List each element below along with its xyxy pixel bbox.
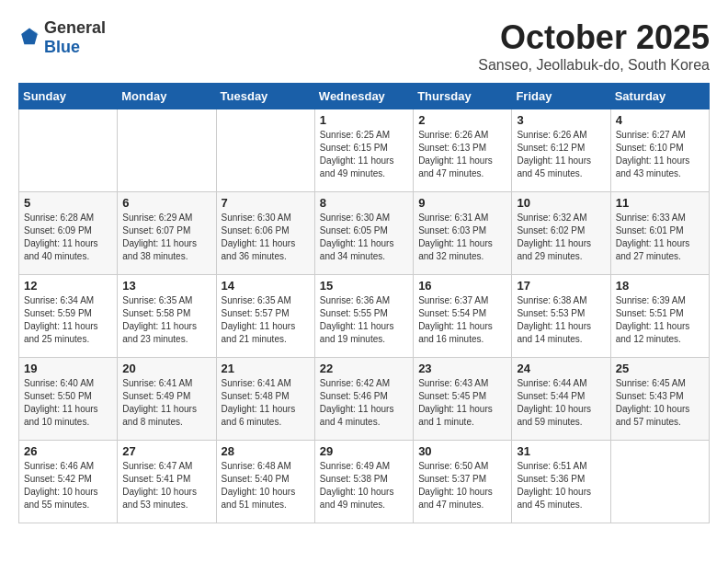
title-section: October 2025 Sanseo, Jeollabuk-do, South… bbox=[478, 18, 710, 74]
header-cell-monday: Monday bbox=[118, 84, 216, 109]
week-row-2: 5Sunrise: 6:28 AM Sunset: 6:09 PM Daylig… bbox=[19, 192, 710, 275]
day-cell bbox=[118, 109, 216, 192]
day-cell: 12Sunrise: 6:34 AM Sunset: 5:59 PM Dayli… bbox=[19, 275, 118, 358]
day-cell: 22Sunrise: 6:42 AM Sunset: 5:46 PM Dayli… bbox=[314, 358, 413, 441]
header: General Blue October 2025 Sanseo, Jeolla… bbox=[18, 18, 710, 74]
day-info: Sunrise: 6:27 AM Sunset: 6:10 PM Dayligh… bbox=[616, 129, 704, 180]
day-cell: 8Sunrise: 6:30 AM Sunset: 6:05 PM Daylig… bbox=[314, 192, 413, 275]
day-number: 24 bbox=[517, 362, 605, 375]
day-cell: 4Sunrise: 6:27 AM Sunset: 6:10 PM Daylig… bbox=[610, 109, 709, 192]
day-info: Sunrise: 6:31 AM Sunset: 6:03 PM Dayligh… bbox=[418, 212, 506, 263]
day-cell: 18Sunrise: 6:39 AM Sunset: 5:51 PM Dayli… bbox=[610, 275, 709, 358]
day-number: 12 bbox=[24, 279, 112, 293]
day-cell bbox=[19, 109, 118, 192]
month-title: October 2025 bbox=[478, 18, 710, 57]
calendar-body: 1Sunrise: 6:25 AM Sunset: 6:15 PM Daylig… bbox=[19, 109, 710, 523]
day-info: Sunrise: 6:26 AM Sunset: 6:13 PM Dayligh… bbox=[418, 129, 506, 180]
day-info: Sunrise: 6:30 AM Sunset: 6:06 PM Dayligh… bbox=[222, 212, 310, 263]
day-number: 10 bbox=[517, 196, 605, 210]
day-cell: 31Sunrise: 6:51 AM Sunset: 5:36 PM Dayli… bbox=[512, 441, 610, 523]
day-number: 7 bbox=[222, 196, 310, 210]
day-info: Sunrise: 6:42 AM Sunset: 5:46 PM Dayligh… bbox=[320, 377, 408, 429]
day-number: 4 bbox=[616, 113, 704, 127]
day-info: Sunrise: 6:36 AM Sunset: 5:55 PM Dayligh… bbox=[320, 294, 408, 346]
week-row-3: 12Sunrise: 6:34 AM Sunset: 5:59 PM Dayli… bbox=[19, 275, 710, 358]
day-cell: 17Sunrise: 6:38 AM Sunset: 5:53 PM Dayli… bbox=[512, 275, 610, 358]
day-cell: 5Sunrise: 6:28 AM Sunset: 6:09 PM Daylig… bbox=[19, 192, 118, 275]
day-cell: 1Sunrise: 6:25 AM Sunset: 6:15 PM Daylig… bbox=[314, 109, 413, 192]
header-cell-saturday: Saturday bbox=[610, 84, 709, 109]
day-cell: 14Sunrise: 6:35 AM Sunset: 5:57 PM Dayli… bbox=[216, 275, 314, 358]
day-cell: 16Sunrise: 6:37 AM Sunset: 5:54 PM Dayli… bbox=[414, 275, 512, 358]
day-info: Sunrise: 6:34 AM Sunset: 5:59 PM Dayligh… bbox=[24, 294, 112, 346]
day-cell: 10Sunrise: 6:32 AM Sunset: 6:02 PM Dayli… bbox=[512, 192, 610, 275]
day-cell: 23Sunrise: 6:43 AM Sunset: 5:45 PM Dayli… bbox=[414, 358, 512, 441]
day-cell: 21Sunrise: 6:41 AM Sunset: 5:48 PM Dayli… bbox=[216, 358, 314, 441]
day-cell: 28Sunrise: 6:48 AM Sunset: 5:40 PM Dayli… bbox=[216, 441, 314, 523]
header-cell-tuesday: Tuesday bbox=[216, 84, 314, 109]
day-info: Sunrise: 6:47 AM Sunset: 5:41 PM Dayligh… bbox=[122, 460, 210, 511]
day-number: 29 bbox=[320, 444, 408, 458]
day-number: 31 bbox=[517, 444, 605, 458]
day-cell: 30Sunrise: 6:50 AM Sunset: 5:37 PM Dayli… bbox=[414, 441, 512, 523]
week-row-1: 1Sunrise: 6:25 AM Sunset: 6:15 PM Daylig… bbox=[19, 109, 710, 192]
day-info: Sunrise: 6:32 AM Sunset: 6:02 PM Dayligh… bbox=[517, 212, 605, 263]
day-number: 3 bbox=[517, 113, 605, 127]
day-cell bbox=[610, 441, 709, 523]
day-info: Sunrise: 6:41 AM Sunset: 5:49 PM Dayligh… bbox=[122, 377, 210, 429]
header-cell-friday: Friday bbox=[512, 84, 610, 109]
day-cell: 27Sunrise: 6:47 AM Sunset: 5:41 PM Dayli… bbox=[118, 441, 216, 523]
logo-general: General bbox=[44, 18, 106, 37]
day-number: 23 bbox=[418, 362, 506, 375]
day-cell: 19Sunrise: 6:40 AM Sunset: 5:50 PM Dayli… bbox=[19, 358, 118, 441]
header-cell-thursday: Thursday bbox=[414, 84, 512, 109]
day-cell: 29Sunrise: 6:49 AM Sunset: 5:38 PM Dayli… bbox=[314, 441, 413, 523]
day-number: 26 bbox=[24, 444, 112, 458]
day-info: Sunrise: 6:41 AM Sunset: 5:48 PM Dayligh… bbox=[222, 377, 310, 429]
location-title: Sanseo, Jeollabuk-do, South Korea bbox=[478, 57, 710, 74]
day-info: Sunrise: 6:38 AM Sunset: 5:53 PM Dayligh… bbox=[517, 294, 605, 346]
svg-marker-0 bbox=[21, 29, 38, 45]
day-info: Sunrise: 6:33 AM Sunset: 6:01 PM Dayligh… bbox=[616, 212, 704, 263]
day-number: 28 bbox=[222, 444, 310, 458]
header-cell-wednesday: Wednesday bbox=[314, 84, 413, 109]
logo: General Blue bbox=[18, 18, 106, 57]
day-info: Sunrise: 6:39 AM Sunset: 5:51 PM Dayligh… bbox=[616, 294, 704, 346]
day-cell: 13Sunrise: 6:35 AM Sunset: 5:58 PM Dayli… bbox=[118, 275, 216, 358]
day-number: 20 bbox=[122, 362, 210, 375]
day-number: 8 bbox=[320, 196, 408, 210]
day-info: Sunrise: 6:49 AM Sunset: 5:38 PM Dayligh… bbox=[320, 460, 408, 511]
day-info: Sunrise: 6:29 AM Sunset: 6:07 PM Dayligh… bbox=[122, 212, 210, 263]
day-number: 1 bbox=[320, 113, 408, 127]
day-number: 27 bbox=[122, 444, 210, 458]
day-cell: 20Sunrise: 6:41 AM Sunset: 5:49 PM Dayli… bbox=[118, 358, 216, 441]
day-number: 15 bbox=[320, 279, 408, 293]
calendar-table: SundayMondayTuesdayWednesdayThursdayFrid… bbox=[18, 83, 710, 523]
calendar-header: SundayMondayTuesdayWednesdayThursdayFrid… bbox=[19, 84, 710, 109]
week-row-4: 19Sunrise: 6:40 AM Sunset: 5:50 PM Dayli… bbox=[19, 358, 710, 441]
day-number: 11 bbox=[616, 196, 704, 210]
day-number: 18 bbox=[616, 279, 704, 293]
day-cell: 24Sunrise: 6:44 AM Sunset: 5:44 PM Dayli… bbox=[512, 358, 610, 441]
day-number: 25 bbox=[616, 362, 704, 375]
day-number: 14 bbox=[222, 279, 310, 293]
day-info: Sunrise: 6:51 AM Sunset: 5:36 PM Dayligh… bbox=[517, 460, 605, 511]
day-info: Sunrise: 6:28 AM Sunset: 6:09 PM Dayligh… bbox=[24, 212, 112, 263]
day-info: Sunrise: 6:30 AM Sunset: 6:05 PM Dayligh… bbox=[320, 212, 408, 263]
day-info: Sunrise: 6:48 AM Sunset: 5:40 PM Dayligh… bbox=[222, 460, 310, 511]
day-cell: 7Sunrise: 6:30 AM Sunset: 6:06 PM Daylig… bbox=[216, 192, 314, 275]
day-number: 2 bbox=[418, 113, 506, 127]
day-cell: 11Sunrise: 6:33 AM Sunset: 6:01 PM Dayli… bbox=[610, 192, 709, 275]
day-number: 13 bbox=[122, 279, 210, 293]
day-info: Sunrise: 6:44 AM Sunset: 5:44 PM Dayligh… bbox=[517, 377, 605, 429]
day-info: Sunrise: 6:25 AM Sunset: 6:15 PM Dayligh… bbox=[320, 129, 408, 180]
day-info: Sunrise: 6:43 AM Sunset: 5:45 PM Dayligh… bbox=[418, 377, 506, 429]
day-cell: 26Sunrise: 6:46 AM Sunset: 5:42 PM Dayli… bbox=[19, 441, 118, 523]
day-cell bbox=[216, 109, 314, 192]
day-cell: 2Sunrise: 6:26 AM Sunset: 6:13 PM Daylig… bbox=[414, 109, 512, 192]
day-info: Sunrise: 6:35 AM Sunset: 5:58 PM Dayligh… bbox=[122, 294, 210, 346]
day-info: Sunrise: 6:35 AM Sunset: 5:57 PM Dayligh… bbox=[222, 294, 310, 346]
day-number: 9 bbox=[418, 196, 506, 210]
week-row-5: 26Sunrise: 6:46 AM Sunset: 5:42 PM Dayli… bbox=[19, 441, 710, 523]
day-number: 6 bbox=[122, 196, 210, 210]
